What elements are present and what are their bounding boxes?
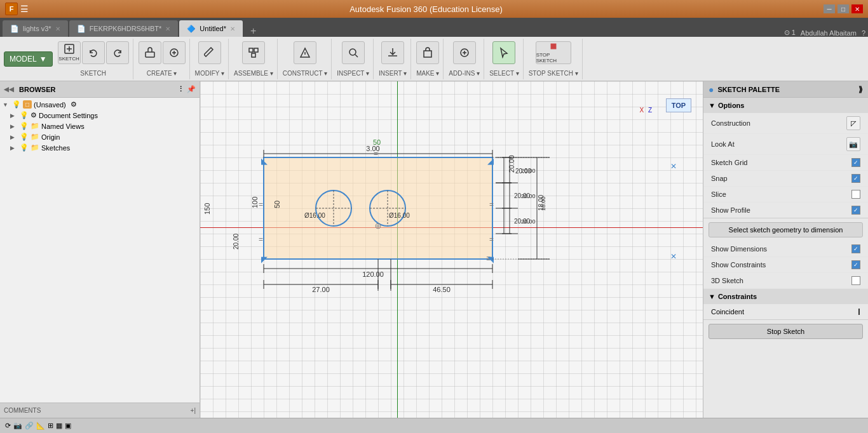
comments-pin[interactable]: | (194, 407, 196, 414)
slice-checkbox[interactable] (851, 190, 860, 199)
orbit-icon[interactable]: ⟳ (5, 422, 11, 430)
modify-button[interactable] (198, 41, 221, 64)
tab-icon: 📄 (77, 25, 86, 33)
camera-icon[interactable]: 📷 (13, 422, 22, 430)
3d-sketch-checkbox[interactable] (851, 276, 860, 285)
svg-text:18.00: 18.00 (540, 196, 546, 211)
show-profile-checkbox[interactable] (851, 206, 860, 215)
browser-item-origin[interactable]: ▶ 💡 📁 Origin (0, 131, 200, 142)
model-dropdown[interactable]: MODEL ▼ (4, 51, 53, 67)
create-button[interactable] (139, 41, 161, 64)
lightbulb-icon: 💡 (20, 122, 29, 130)
look-at-button[interactable]: 📷 (846, 137, 860, 151)
help-button[interactable]: ? (862, 29, 865, 37)
grid-icon[interactable]: ⊞ (48, 422, 53, 430)
tab-close-untitled[interactable]: ✕ (230, 25, 235, 32)
show-dimensions-label: Show Dimensions (711, 245, 767, 253)
titlebar: F ☰ Autodesk Fusion 360 (Education Licen… (0, 0, 868, 18)
tab-lights[interactable]: 📄 lights v3* ✕ (3, 20, 68, 37)
expand-palette-button[interactable]: ⟫ (858, 85, 863, 94)
coordinate-indicator: X Z (639, 107, 652, 114)
options-header[interactable]: ▼ Options (703, 98, 868, 113)
toolbar-group-create: CREATE ▾ (135, 39, 190, 79)
construction-label: Construction (711, 119, 750, 127)
measure-icon[interactable]: 📐 (36, 422, 45, 430)
expand-arrow[interactable]: ▶ (10, 134, 18, 140)
toolbar-group-insert: INSERT ▾ (375, 39, 411, 79)
expand-arrow[interactable]: ▶ (10, 112, 18, 119)
viewport[interactable]: 3.00 20.00 20.00 20.00 20.00 (200, 81, 703, 418)
lightbulb-icon: 💡 (12, 100, 21, 109)
browser-item-label: (Unsaved) (34, 101, 66, 109)
sketch-grid-label: Sketch Grid (711, 159, 747, 166)
settings-icon[interactable]: ⚙ (71, 100, 77, 109)
browser-item-label: Origin (41, 133, 60, 141)
canvas[interactable]: 3.00 20.00 20.00 20.00 20.00 (200, 81, 703, 418)
expand-arrow[interactable]: ▼ (3, 102, 10, 108)
snap-checkbox[interactable] (851, 174, 860, 183)
browser-pin[interactable]: 📌 (187, 85, 196, 93)
browser-item-label: Document Settings (39, 112, 98, 119)
inspect-button[interactable] (342, 41, 365, 64)
close-button[interactable]: ✕ (851, 4, 863, 13)
expand-arrow[interactable]: ▶ (10, 145, 18, 151)
browser-menu[interactable]: ⋮ (177, 85, 184, 93)
construct-button[interactable] (294, 41, 316, 64)
tab-close-lights[interactable]: ✕ (55, 25, 60, 32)
svg-text:20.00: 20.00 (514, 218, 530, 225)
minimize-button[interactable]: ─ (824, 4, 835, 13)
sketch-button[interactable]: SKETCH (58, 41, 81, 64)
tab-label: FEKRPK6HDRS6HBT* (90, 25, 162, 32)
horizontal-axis (200, 227, 703, 228)
undo-button[interactable] (82, 41, 105, 64)
status-icons: ⟳ 📷 🔗 📐 ⊞ ▦ ▣ (5, 422, 71, 430)
history-indicator[interactable]: ⊙ 1 (784, 29, 796, 37)
make-group-label: MAKE ▾ (416, 70, 439, 77)
toolbar-group-sketch: SKETCH SKETCH (54, 39, 133, 79)
browser-collapse[interactable]: ◀◀ (4, 86, 14, 93)
insert-button[interactable] (381, 41, 404, 64)
select-dimension-button[interactable]: Select sketch geometry to dimension (709, 222, 863, 237)
tab-untitled[interactable]: 🔷 Untitled* ✕ (179, 20, 243, 37)
folder-icon: 📁 (31, 122, 39, 130)
view-icon[interactable]: ▣ (65, 422, 71, 430)
browser-item-sketches[interactable]: ▶ 💡 📁 Sketches (0, 142, 200, 153)
create-btn2[interactable] (163, 41, 186, 64)
tab-close-fek[interactable]: ✕ (165, 25, 170, 32)
stop-sketch-toolbar-button[interactable]: STOP SKETCH (536, 41, 571, 64)
palette-dot: ● (709, 84, 714, 95)
expand-arrow[interactable]: ▶ (10, 123, 18, 130)
slice-label: Slice (711, 190, 726, 198)
svg-text:◣: ◣ (261, 156, 268, 166)
show-constraints-checkbox[interactable] (851, 260, 860, 269)
tab-label: Untitled* (200, 25, 226, 32)
maximize-button[interactable]: □ (837, 4, 849, 13)
sketch-grid-checkbox[interactable] (851, 158, 860, 167)
nav-cube-top[interactable]: TOP (666, 98, 691, 112)
constraints-header[interactable]: ▼ Constraints (703, 289, 868, 304)
stop-sketch-button[interactable]: Stop Sketch (709, 324, 863, 339)
main-rect (264, 157, 492, 259)
sketch-palette-header: ● SKETCH PALETTE ⟫ (703, 81, 868, 98)
assemble-button[interactable] (242, 41, 265, 64)
nav-cube[interactable]: TOP (660, 86, 698, 124)
select-button[interactable] (492, 41, 515, 64)
browser-item-named-views[interactable]: ▶ 💡 📁 Named Views (0, 121, 200, 131)
svg-text:=: = (374, 149, 378, 158)
svg-rect-5 (252, 53, 255, 57)
hamburger-icon[interactable]: ☰ (20, 4, 29, 14)
coincident-icon: I (858, 307, 860, 317)
browser-item-doc-settings[interactable]: ▶ 💡 ⚙ Document Settings (0, 110, 200, 121)
redo-button[interactable] (106, 41, 129, 64)
show-dimensions-checkbox[interactable] (851, 244, 860, 253)
add-ins-button[interactable] (453, 41, 476, 64)
browser-item-root[interactable]: ▼ 💡 □ (Unsaved) ⚙ (0, 99, 200, 110)
add-tab-button[interactable]: + (247, 25, 260, 37)
svg-text:=: = (489, 235, 494, 244)
display-icon[interactable]: ▦ (56, 422, 62, 430)
select-group-label: SELECT ▾ (489, 70, 519, 77)
tab-fek[interactable]: 📄 FEKRPK6HDRS6HBT* ✕ (69, 20, 179, 37)
link-icon[interactable]: 🔗 (25, 422, 34, 430)
make-button[interactable] (416, 41, 439, 64)
construction-button[interactable]: ◸ (846, 116, 860, 130)
